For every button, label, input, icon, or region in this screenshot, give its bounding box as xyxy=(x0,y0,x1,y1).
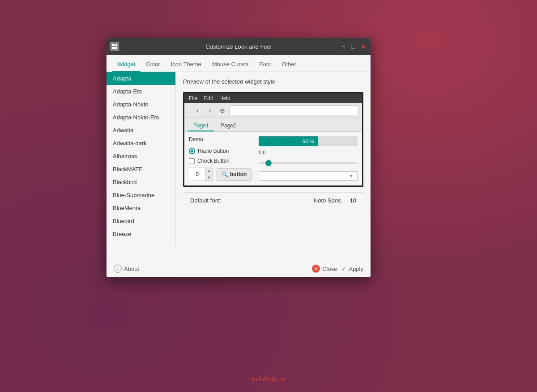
minimize-button[interactable]: − xyxy=(339,42,347,51)
preview-menubar: File Edit Help xyxy=(184,93,362,103)
preview-toolbar: ‹ › ⊖ xyxy=(184,103,362,118)
slider-value-label: 0.0 xyxy=(259,150,358,155)
svg-rect-0 xyxy=(112,44,115,46)
slider-thumb[interactable] xyxy=(265,160,272,166)
spinbox-value: 0 xyxy=(189,168,205,181)
search-icon: 🔍 xyxy=(222,171,228,177)
radio-row: Radio Button xyxy=(189,148,251,154)
window-close-button[interactable]: ✕ xyxy=(359,42,367,51)
address-bar[interactable] xyxy=(230,105,358,115)
about-button[interactable]: i About xyxy=(114,265,139,273)
list-item[interactable]: BlueMenta xyxy=(107,202,175,215)
close-icon: ✕ xyxy=(312,265,320,273)
close-button[interactable]: ✕ Close xyxy=(312,265,337,273)
list-item[interactable]: Adapta xyxy=(107,72,175,85)
titlebar: Customize Look and Feel − □ ✕ xyxy=(107,38,371,55)
radio-inner xyxy=(191,150,193,152)
back-button[interactable]: ‹ xyxy=(192,105,203,116)
watermark: toAdmin.ru xyxy=(252,375,285,383)
default-font-size: 10 xyxy=(350,197,356,204)
list-item[interactable]: Adapta-Nokto-Eta xyxy=(107,111,175,124)
preview-title: Preview of the selected widget style xyxy=(183,78,363,85)
progress-bar: 60 % xyxy=(259,136,358,146)
check-label: Check Button xyxy=(197,158,230,164)
spinbox-down[interactable]: ▼ xyxy=(205,174,213,181)
preview-window: File Edit Help ‹ › ⊖ Page1 xyxy=(183,92,363,187)
titlebar-controls: − □ ✕ xyxy=(339,42,367,51)
slider-container xyxy=(259,159,358,168)
demo-label: Demo xyxy=(189,136,251,143)
content-area: Adapta Adapta-Eta Adapta-Nokto Adapta-No… xyxy=(107,72,371,260)
info-icon: i xyxy=(114,265,122,273)
list-item[interactable]: Adwaita xyxy=(107,124,175,137)
tab-color[interactable]: Color xyxy=(141,57,165,72)
close-label: Close xyxy=(322,266,337,272)
list-item[interactable]: Adapta-Eta xyxy=(107,85,175,98)
desktop: Customize Look and Feel − □ ✕ Widget Col… xyxy=(0,0,537,392)
preview-tabs: Page1 Page2 xyxy=(184,118,362,132)
footer: i About ✕ Close ✓ Apply xyxy=(107,260,371,277)
default-font-name: Noto Sans xyxy=(314,197,341,204)
spinbox-up[interactable]: ▲ xyxy=(205,168,213,174)
about-label: About xyxy=(124,266,139,272)
default-font-row: Default font: Noto Sans 10 xyxy=(183,192,363,208)
preview-menu-edit[interactable]: Edit xyxy=(204,95,213,101)
toolbar-separator xyxy=(189,106,189,115)
window-title: Customize Look and Feel xyxy=(205,43,271,50)
footer-right: ✕ Close ✓ Apply xyxy=(312,265,363,273)
list-item[interactable]: Adwaita-dark xyxy=(107,137,175,150)
apply-label: Apply xyxy=(349,266,363,272)
main-panel: Preview of the selected widget style Fil… xyxy=(176,72,371,260)
file-manager-icon xyxy=(111,43,118,50)
radio-label: Radio Button xyxy=(198,148,229,154)
tab-icon-theme[interactable]: Icon Theme xyxy=(166,57,207,72)
slider-track xyxy=(259,162,358,164)
preview-tab-page2[interactable]: Page2 xyxy=(215,121,242,131)
preview-menu-help[interactable]: Help xyxy=(219,95,230,101)
list-item[interactable]: Bluebird xyxy=(107,215,175,228)
tab-mouse-cursor[interactable]: Mouse Cursor xyxy=(207,57,254,72)
stop-button[interactable]: ⊖ xyxy=(217,105,228,116)
dropdown[interactable]: ▼ xyxy=(259,171,358,181)
preview-tab-page1[interactable]: Page1 xyxy=(188,121,214,131)
tab-other[interactable]: Other xyxy=(277,57,302,72)
list-item[interactable]: Blackbird xyxy=(107,176,175,189)
list-item[interactable]: Blue-Submarine xyxy=(107,189,175,202)
preview-left: Demo Radio Button Check Button xyxy=(189,136,251,181)
list-item[interactable]: Breeze xyxy=(107,228,175,240)
maximize-button[interactable]: □ xyxy=(349,42,357,51)
window-icon xyxy=(110,42,119,51)
list-item[interactable]: BlackMATE xyxy=(107,163,175,176)
tab-font[interactable]: Font xyxy=(254,57,277,72)
preview-content: Demo Radio Button Check Button xyxy=(184,132,362,185)
svg-rect-2 xyxy=(115,44,117,46)
check-icon: ✓ xyxy=(341,266,346,272)
progress-label: 60 % xyxy=(259,136,358,146)
svg-rect-1 xyxy=(112,47,117,49)
window: Customize Look and Feel − □ ✕ Widget Col… xyxy=(107,38,371,277)
default-font-label: Default font: xyxy=(190,197,314,204)
list-item[interactable]: Albatross xyxy=(107,150,175,163)
preview-right: 60 % 0.0 ▼ xyxy=(259,136,358,181)
tabs-bar: Widget Color Icon Theme Mouse Cursor Fon… xyxy=(107,55,371,72)
search-button-label: button xyxy=(230,171,247,177)
list-item[interactable]: Adapta-Nokto xyxy=(107,98,175,111)
chevron-down-icon: ▼ xyxy=(349,173,354,178)
forward-button[interactable]: › xyxy=(205,105,215,116)
widget-list: Adapta Adapta-Eta Adapta-Nokto Adapta-No… xyxy=(107,72,176,246)
tab-widget[interactable]: Widget xyxy=(112,57,141,72)
search-button[interactable]: 🔍 button xyxy=(217,168,251,181)
radio-button[interactable] xyxy=(189,148,195,154)
apply-button[interactable]: ✓ Apply xyxy=(341,266,363,272)
check-button[interactable] xyxy=(189,158,195,164)
footer-left: i About xyxy=(114,265,139,273)
preview-menu-file[interactable]: File xyxy=(189,95,197,101)
spinbox: 0 ▲ ▼ xyxy=(189,168,213,181)
spinbox-buttons: ▲ ▼ xyxy=(205,168,213,181)
check-row: Check Button xyxy=(189,158,251,164)
spinbox-row: 0 ▲ ▼ 🔍 button xyxy=(189,168,251,181)
